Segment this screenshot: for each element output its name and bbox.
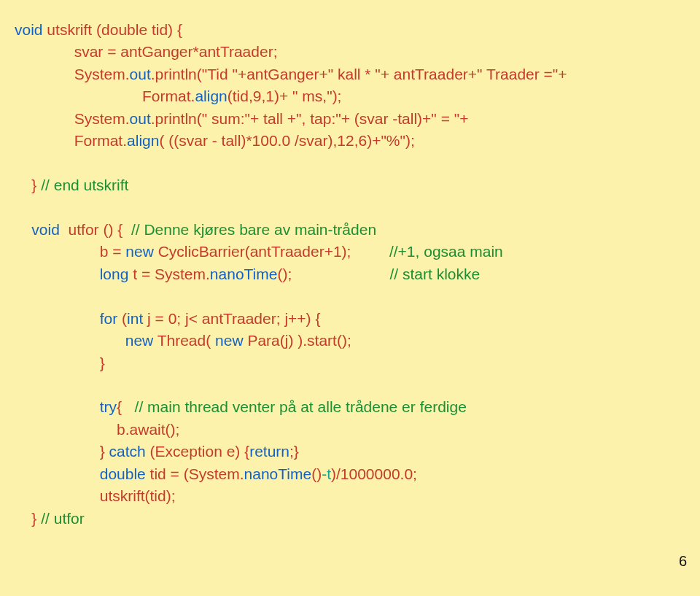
code-token: void [15,21,43,38]
code-token: Format. [142,88,195,104]
code-line: svar = antGanger*antTraader; [15,41,685,63]
code-token [15,155,19,171]
code-token: long [100,266,129,282]
code-line: Format.align( ((svar - tall)*100.0 /svar… [15,130,685,152]
page-number: 6 [679,553,687,570]
code-token: (); [277,266,389,282]
code-token: } [31,510,41,527]
code-token: b.await(); [117,421,179,438]
code-token: } [100,443,109,460]
code-token: ( ((svar - tall)*100.0 /svar),12,6)+"%")… [159,132,414,149]
code-token [15,287,19,304]
code-token: out [130,110,151,127]
code-token: .println(" sum:"+ tall +", tap:"+ (svar … [151,110,469,127]
code-token: try [100,398,117,415]
code-token: { [117,398,135,415]
code-line: } // end utskrift [15,174,685,196]
code-line: new Thread( new Para(j) ).start(); [15,330,685,352]
code-token: for [100,310,118,327]
code-token: t = System. [128,266,209,282]
code-token: nanoTime [244,465,312,482]
code-token: new [125,332,154,349]
code-token: j = 0; j< antTraader; j++) { [143,310,320,327]
code-token: utskrift (double tid) { [43,21,182,38]
code-token: )/1000000.0; [331,465,417,482]
code-token: System. [74,66,130,82]
code-token [15,199,19,216]
code-token: b = [100,243,126,260]
code-line: void utskrift (double tid) { [15,19,685,41]
code-line: double tid = (System.nanoTime()-t)/10000… [15,463,685,485]
code-token: Para(j) ).start(); [244,332,351,349]
code-token: CyclicBarrier(antTraader+1); [154,243,389,260]
code-line: b = new CyclicBarrier(antTraader+1); //+… [15,241,685,263]
code-token: // utfor [41,510,85,527]
code-token: nanoTime [210,266,278,282]
code-token: align [195,88,227,104]
code-token: } [31,177,41,193]
code-line [15,152,685,174]
code-line: b.await(); [15,419,685,441]
code-line: for (int j = 0; j< antTraader; j++) { [15,308,685,330]
code-block: void utskrift (double tid) { svar = antG… [15,19,685,530]
code-line [15,285,685,307]
code-token: System. [74,110,130,127]
code-token: utfor () { [60,221,131,238]
code-line: try{ // main thread venter på at alle tr… [15,396,685,418]
code-line: System.out.println(" sum:"+ tall +", tap… [15,108,685,130]
code-token: // start klokke [389,266,480,282]
code-token: (tid,9,1)+ " ms,"); [228,88,342,104]
code-line [15,374,685,396]
code-line: void utfor () { // Denne kjøres bare av … [15,219,685,241]
code-token: int [127,310,143,327]
code-token: return [249,443,289,460]
code-token: -t [322,465,331,482]
code-token: catch [109,443,146,460]
code-token: // end utskrift [41,177,128,193]
code-line: } catch (Exception e) {return;} [15,441,685,463]
code-token: //+1, ogsaa main [389,243,503,260]
code-token: () [311,465,322,482]
code-line: System.out.println("Tid "+antGanger+" ka… [15,63,685,85]
code-token: utskrift(tid); [100,487,176,504]
code-token: out [130,66,151,82]
code-token: (Exception e) { [146,443,249,460]
code-token: Format. [74,132,127,149]
code-token: } [100,355,105,371]
code-line: } [15,352,685,374]
code-line: long t = System.nanoTime(); // start klo… [15,263,685,285]
code-token: double [100,465,146,482]
code-token: svar = antGanger*antTraader; [74,43,278,60]
code-token: ( [117,310,127,327]
code-token: tid = (System. [146,465,244,482]
code-token: new [125,243,154,260]
code-token: void [31,221,60,238]
code-page: void utskrift (double tid) { svar = antG… [0,0,700,577]
code-token: Thread( [153,332,215,349]
code-token [15,376,19,393]
code-line [15,197,685,219]
code-token: new [215,332,244,349]
code-line: } // utfor [15,508,685,530]
code-token: // Denne kjøres bare av main-tråden [131,221,376,238]
code-token: ;} [289,443,299,460]
code-token: // main thread venter på at alle trådene… [135,398,467,415]
code-line: Format.align(tid,9,1)+ " ms,"); [15,85,685,107]
code-token: .println("Tid "+antGanger+" kall * "+ an… [151,66,567,82]
code-token: align [127,132,159,149]
code-line: utskrift(tid); [15,485,685,507]
